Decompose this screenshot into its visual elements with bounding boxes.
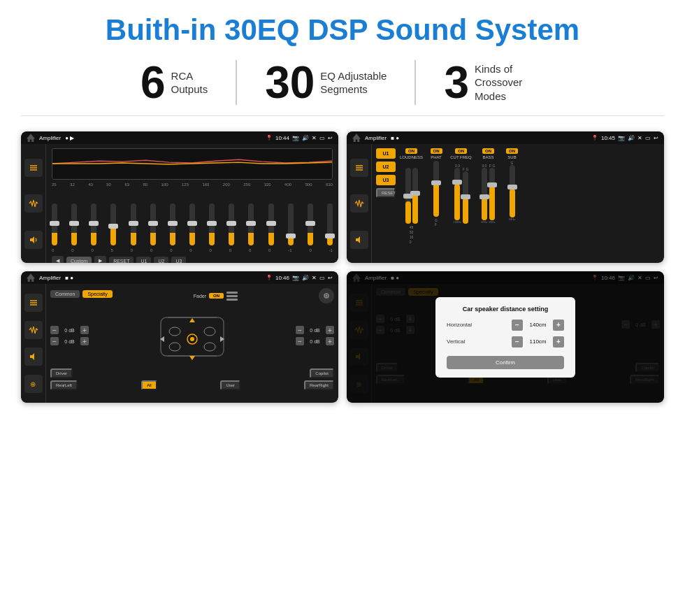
vertical-plus[interactable]: + xyxy=(553,336,564,348)
fader-control: Fader ON xyxy=(194,292,238,301)
db-row-right-2: − 0 dB + xyxy=(296,337,334,345)
status-bar-1: Amplifier ● ▶ 📍 10:44 📷 🔊 ✕ ▭ ↩ xyxy=(21,131,338,144)
svg-rect-17 xyxy=(161,317,224,356)
btn-driver[interactable]: Driver xyxy=(50,368,73,378)
location-icon-1: 📍 xyxy=(266,135,273,141)
app-name-2: Amplifier xyxy=(365,135,387,141)
u2-btn-eq[interactable]: U2 xyxy=(154,257,168,264)
wave-btn-1[interactable] xyxy=(24,194,43,213)
preset-u3[interactable]: U3 xyxy=(376,175,396,185)
on-badge-phat[interactable]: ON xyxy=(431,148,442,154)
db-val-right-1: 0 dB xyxy=(306,328,324,333)
android-screen-3: Amplifier ■ ● 📍 10:46 📷🔊✕▭↩ xyxy=(21,271,338,403)
preset-u2[interactable]: U2 xyxy=(376,162,396,172)
vertical-stepper: − 110cm + xyxy=(512,336,564,348)
reset-btn-2[interactable]: RESET xyxy=(376,188,396,198)
label-sub: SUB xyxy=(507,155,516,159)
eq-slider-6 xyxy=(170,203,175,245)
u1-btn-eq[interactable]: U1 xyxy=(136,257,151,264)
fader-on-btn[interactable]: ON xyxy=(209,293,224,299)
status-dots-2: ■ ● xyxy=(391,135,399,141)
on-badge-cutfreq[interactable]: ON xyxy=(455,148,467,154)
on-badge-bass[interactable]: ON xyxy=(482,148,494,154)
reset-btn-eq[interactable]: RESET xyxy=(109,257,134,264)
db-minus-left-2[interactable]: − xyxy=(50,337,59,345)
page-title: Buith-in 30EQ DSP Sound System xyxy=(21,14,664,46)
custom-btn[interactable]: Custom xyxy=(66,257,92,264)
horizontal-plus[interactable]: + xyxy=(553,320,564,331)
status-bar-left-2: Amplifier ■ ● xyxy=(352,134,399,142)
u3-btn-eq[interactable]: U3 xyxy=(171,257,186,264)
home-icon-2[interactable] xyxy=(352,134,361,142)
eq-btn-1[interactable] xyxy=(24,159,43,177)
eq-slider-11 xyxy=(268,203,274,245)
status-bar-2: Amplifier ■ ● 📍 10:45 📷🔊✕▭↩ xyxy=(347,131,664,144)
speaker-btn-3[interactable] xyxy=(24,348,43,366)
preset-list: U1 U2 U3 RESET xyxy=(376,148,396,259)
status-bar-left-1: Amplifier ● ▶ xyxy=(27,134,74,142)
stat-number-crossover: 3 xyxy=(444,60,469,105)
svg-point-21 xyxy=(204,327,215,336)
screen-body-1: 253240506380100125160200250320400500630 xyxy=(21,144,338,263)
eq-btn-2[interactable] xyxy=(350,159,368,177)
stat-label-rca: RCAOutputs xyxy=(171,69,208,96)
vertical-value: 110cm xyxy=(526,338,550,345)
horizontal-value: 140cm xyxy=(526,322,550,328)
db-minus-left-1[interactable]: − xyxy=(50,326,59,334)
screen-crossover: Amplifier ■ ● 📍 10:45 📷🔊✕▭↩ xyxy=(347,131,664,263)
wave-btn-3[interactable] xyxy=(24,321,43,339)
stats-row: 6 RCAOutputs 30 EQ AdjustableSegments 3 … xyxy=(21,60,664,116)
status-bar-left-3: Amplifier ■ ● xyxy=(27,273,73,282)
speaker-btn-1[interactable] xyxy=(24,231,43,249)
tab-specialty-3[interactable]: Specialty xyxy=(82,290,112,298)
arrows-btn-3[interactable]: ⊕ xyxy=(24,375,43,393)
on-badge-loudness[interactable]: ON xyxy=(405,148,417,154)
settings-icon-3[interactable] xyxy=(319,288,334,303)
vertical-minus[interactable]: − xyxy=(512,336,523,348)
db-minus-right-1[interactable]: − xyxy=(296,326,304,334)
eq-slider-10 xyxy=(248,203,254,245)
eq-nav-row: ◀ Custom ▶ RESET U1 U2 U3 xyxy=(52,256,333,263)
db-controls-right: − 0 dB + − 0 dB + xyxy=(296,326,334,345)
android-screen-4: Amplifier ■ ● 📍 10:46 📷🔊✕▭↩ xyxy=(347,271,664,403)
db-plus-right-1[interactable]: + xyxy=(326,326,334,334)
btn-user-3[interactable]: User xyxy=(220,380,240,390)
eq-values-row: 000500000000-10-1 xyxy=(52,248,333,252)
screens-grid: Amplifier ● ▶ 📍 10:44 📷 🔊 ✕ ▭ ↩ xyxy=(21,131,664,403)
prev-btn[interactable]: ◀ xyxy=(52,256,64,263)
dialog-row-vertical: Vertical − 110cm + xyxy=(447,336,564,348)
btn-all[interactable]: All xyxy=(141,380,157,390)
db-plus-left-1[interactable]: + xyxy=(80,326,89,334)
eq-slider-0 xyxy=(52,203,57,245)
svg-point-22 xyxy=(169,343,180,351)
eq-btn-3[interactable] xyxy=(24,294,43,312)
confirm-button[interactable]: Confirm xyxy=(447,356,564,369)
on-badge-sub[interactable]: ON xyxy=(506,148,518,154)
fader-bars xyxy=(226,292,238,301)
home-icon-3[interactable] xyxy=(27,273,35,282)
horizontal-minus[interactable]: − xyxy=(512,320,523,331)
play-btn[interactable]: ▶ xyxy=(94,256,106,263)
btn-rearleft[interactable]: RearLeft xyxy=(50,380,78,390)
loudness-sliders xyxy=(405,161,418,224)
page-container: Buith-in 30EQ DSP Sound System 6 RCAOutp… xyxy=(0,0,685,417)
screen-body-3: ⊕ Common Specialty Fader xyxy=(21,284,338,403)
x-icon-1: ✕ xyxy=(312,135,317,141)
db-plus-right-2[interactable]: + xyxy=(326,337,334,345)
eq-slider-13 xyxy=(308,203,313,245)
home-icon-1[interactable] xyxy=(27,134,35,142)
label-bass: BASS xyxy=(482,155,493,159)
back-icon-1: ↩ xyxy=(328,135,333,141)
speaker-btn-2[interactable] xyxy=(350,231,368,249)
android-screen-2: Amplifier ■ ● 📍 10:45 📷🔊✕▭↩ xyxy=(347,131,664,263)
wave-btn-2[interactable] xyxy=(350,194,368,213)
svg-marker-3 xyxy=(30,236,34,243)
db-minus-right-2[interactable]: − xyxy=(296,337,304,345)
btn-rearright[interactable]: RearRight xyxy=(304,380,334,390)
app-name-3: Amplifier xyxy=(39,275,61,281)
db-plus-left-2[interactable]: + xyxy=(80,337,89,345)
stat-rca: 6 RCAOutputs xyxy=(113,60,237,105)
preset-u1[interactable]: U1 xyxy=(376,148,396,159)
tab-common-3[interactable]: Common xyxy=(50,290,80,298)
btn-copilot[interactable]: Copilot xyxy=(310,368,334,378)
